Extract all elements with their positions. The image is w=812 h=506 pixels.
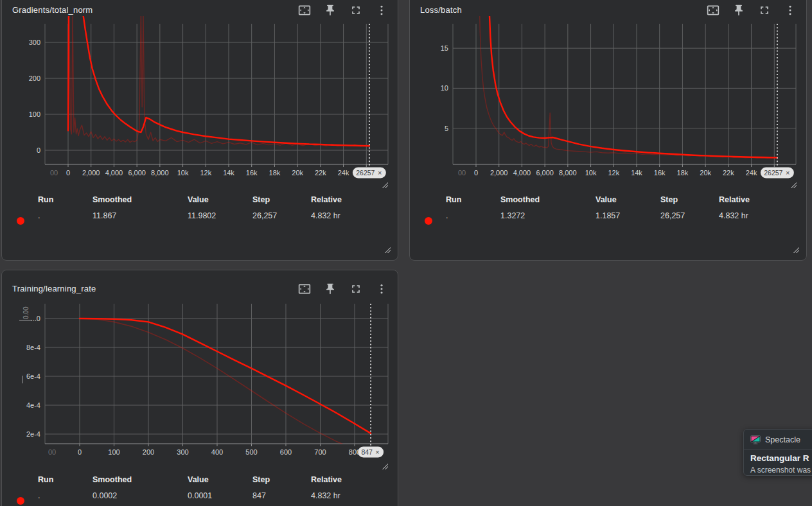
divider: [744, 449, 812, 449]
more-options-icon[interactable]: [375, 283, 388, 295]
col-step: Step: [660, 195, 678, 204]
col-relative: Relative: [719, 195, 750, 204]
sort-asc-icon: ↑: [40, 195, 44, 204]
col-value: Value: [188, 475, 209, 484]
svg-text:4e-4: 4e-4: [26, 401, 40, 409]
run-color-dot[interactable]: [425, 217, 432, 225]
sort-asc-icon: ↑: [448, 195, 452, 204]
svg-text:24k: 24k: [746, 169, 757, 177]
smoothed-value: 0.0002: [93, 491, 117, 500]
svg-text:5: 5: [445, 125, 448, 132]
svg-text:×: ×: [378, 169, 382, 177]
svg-text:10k: 10k: [585, 169, 597, 177]
pin-icon[interactable]: [732, 4, 745, 17]
notification-header: Spectacle: [750, 434, 812, 446]
run-name: .: [38, 211, 40, 220]
chart-title: Training/learning_rate: [12, 279, 96, 299]
svg-text:100: 100: [29, 110, 40, 118]
table-row[interactable]: . 0.0002 0.0001 847 4.832 hr: [2, 491, 398, 503]
svg-text:0: 0: [474, 169, 478, 177]
col-relative: Relative: [311, 195, 342, 204]
col-smoothed: Smoothed: [93, 475, 132, 484]
table-row[interactable]: . 1.3272 1.1857 26,257 4.832 hr: [410, 211, 806, 223]
svg-text:300: 300: [29, 39, 40, 46]
svg-text:10k: 10k: [177, 169, 189, 177]
spectacle-app-icon: [750, 435, 761, 444]
svg-text:8,000: 8,000: [559, 169, 577, 177]
table-header-row: Run↑ Smoothed Value Step Relative: [410, 195, 806, 207]
fullscreen-icon[interactable]: [349, 283, 362, 295]
svg-text:2,000: 2,000: [490, 169, 508, 177]
svg-text:400: 400: [211, 448, 223, 456]
svg-text:12k: 12k: [200, 169, 211, 177]
svg-text:20k: 20k: [292, 169, 303, 177]
chart-toolbar: [298, 283, 388, 295]
svg-text:0.00: 0.00: [22, 306, 30, 319]
tensorboard-dashboard: { "colors": { "accent_red": "#ff1505", "…: [0, 0, 812, 506]
notification-app-name: Spectacle: [765, 435, 800, 444]
line-chart-learning-rate[interactable]: ...08e-46e-44e-42e-401002003004005006007…: [3, 297, 396, 466]
svg-text:10: 10: [441, 84, 448, 92]
card-resize-handle[interactable]: [384, 246, 391, 253]
col-step: Step: [252, 475, 270, 484]
svg-text:6,000: 6,000: [536, 169, 554, 177]
relative-value: 4.832 hr: [719, 211, 748, 220]
svg-text:6e-4: 6e-4: [26, 372, 40, 380]
col-smoothed: Smoothed: [93, 195, 132, 204]
svg-text:0: 0: [66, 169, 70, 177]
table-row[interactable]: . 11.867 11.9802 26,257 4.832 hr: [2, 211, 398, 223]
step-value: 847: [252, 491, 266, 500]
svg-text:26257: 26257: [764, 169, 782, 177]
chart-card-gradients: Gradients/total_norm 010020030002,0004,0…: [1, 0, 398, 261]
svg-text:200: 200: [29, 74, 40, 82]
svg-text:18k: 18k: [677, 169, 689, 177]
fit-to-data-icon[interactable]: [298, 4, 311, 17]
pin-icon[interactable]: [324, 4, 337, 17]
svg-text:600: 600: [280, 448, 292, 456]
col-value: Value: [596, 195, 617, 204]
col-smoothed: Smoothed: [500, 195, 540, 204]
raw-value: 11.9802: [188, 211, 216, 220]
raw-value: 0.0001: [188, 491, 212, 500]
svg-text:26257: 26257: [356, 169, 375, 177]
raw-value: 1.1857: [596, 211, 620, 220]
more-options-icon[interactable]: [784, 4, 797, 17]
card-resize-handle[interactable]: [792, 246, 799, 253]
run-color-dot[interactable]: [17, 497, 24, 505]
svg-text:100: 100: [108, 448, 119, 456]
fullscreen-icon[interactable]: [349, 4, 362, 17]
svg-text:200: 200: [143, 448, 154, 456]
sort-asc-icon: ↑: [40, 475, 44, 484]
fit-to-data-icon[interactable]: [298, 283, 311, 295]
svg-text:12k: 12k: [608, 169, 619, 177]
line-chart-loss[interactable]: 5101502,0004,0006,0008,00010k12k14k16k18…: [410, 16, 804, 184]
svg-text:...0: ...0: [31, 315, 40, 322]
chart-card-learning-rate: Training/learning_rate ...08e-46e-44e-42…: [1, 270, 398, 506]
svg-text:18k: 18k: [269, 169, 281, 177]
notification-popup[interactable]: Spectacle Rectangular R A screenshot was: [743, 429, 812, 476]
line-chart-gradients[interactable]: 010020030002,0004,0006,0008,00010k12k14k…: [3, 16, 396, 184]
svg-text:22k: 22k: [723, 169, 734, 177]
svg-text:4,000: 4,000: [105, 169, 123, 177]
svg-text:4,000: 4,000: [513, 169, 531, 177]
run-color-dot[interactable]: [17, 217, 24, 225]
svg-text:8,000: 8,000: [151, 169, 169, 177]
chart-toolbar: [707, 4, 797, 17]
svg-text:6,000: 6,000: [128, 169, 146, 177]
step-value: 26,257: [252, 211, 277, 220]
chart-card-loss: Loss/batch 5101502,0004,0006,0008,00010k…: [409, 0, 807, 261]
fullscreen-icon[interactable]: [758, 4, 771, 17]
svg-text:×: ×: [375, 448, 379, 456]
svg-text:16k: 16k: [654, 169, 666, 177]
smoothed-value: 11.867: [93, 211, 116, 220]
svg-text:24k: 24k: [338, 169, 349, 177]
notification-title: Rectangular R: [750, 453, 812, 463]
smoothed-value: 1.3272: [500, 211, 525, 220]
fit-to-data-icon[interactable]: [707, 4, 719, 17]
pin-icon[interactable]: [324, 283, 337, 295]
more-options-icon[interactable]: [375, 4, 388, 17]
svg-text:8e-4: 8e-4: [26, 344, 40, 351]
run-name: .: [446, 211, 448, 220]
col-relative: Relative: [311, 475, 342, 484]
table-header-row: Run↑ Smoothed Value Step Relative: [2, 475, 398, 487]
